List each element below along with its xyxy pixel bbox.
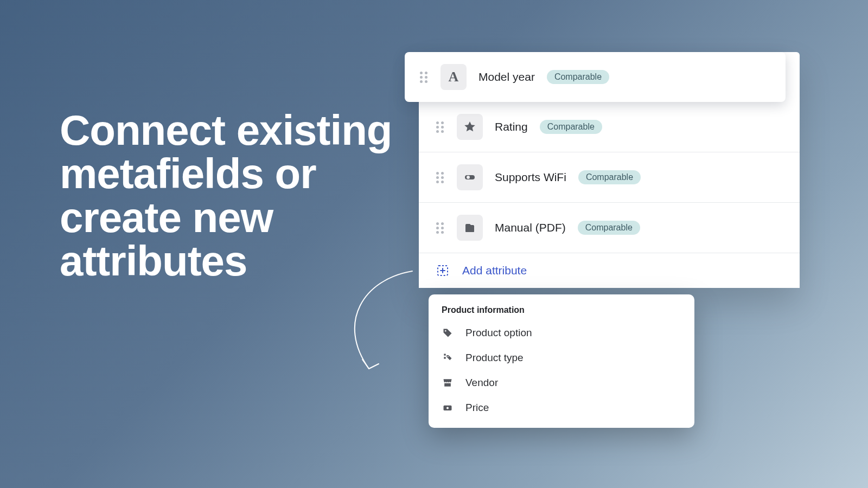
svg-point-3 [445, 330, 446, 332]
tag-icon [442, 327, 454, 339]
popover-item-label: Product option [465, 327, 532, 339]
toggle-type-icon [457, 164, 483, 190]
popover-item-label: Price [465, 402, 489, 414]
svg-point-6 [446, 407, 449, 409]
category-tag-icon [442, 352, 454, 364]
store-icon [442, 377, 454, 389]
add-attribute-button[interactable]: Add attribute [419, 253, 800, 288]
attribute-label: Model year [478, 70, 535, 84]
comparable-badge: Comparable [578, 221, 640, 235]
popover-item-label: Product type [465, 352, 524, 364]
attribute-source-popover: Product information Product option Produ… [429, 294, 694, 428]
decorative-arrow [342, 268, 418, 377]
star-type-icon [457, 114, 483, 140]
popover-item-product-option[interactable]: Product option [429, 320, 694, 345]
attribute-list-panel: A Model year Comparable Rating Comparabl… [419, 52, 800, 288]
file-type-icon [457, 215, 483, 241]
add-attribute-label: Add attribute [462, 264, 527, 277]
popover-item-vendor[interactable]: Vendor [429, 370, 694, 395]
comparable-badge: Comparable [547, 70, 609, 84]
svg-point-4 [448, 356, 449, 357]
popover-section-title: Product information [429, 303, 694, 320]
comparable-badge: Comparable [578, 170, 641, 184]
popover-item-price[interactable]: Price [429, 395, 694, 420]
attribute-label: Manual (PDF) [495, 221, 566, 234]
attribute-row[interactable]: Manual (PDF) Comparable [419, 202, 800, 253]
popover-item-label: Vendor [465, 377, 498, 389]
attribute-row[interactable]: A Model year Comparable [405, 52, 786, 102]
drag-handle-icon[interactable] [436, 221, 445, 234]
drag-handle-icon[interactable] [436, 171, 445, 184]
text-type-icon: A [441, 64, 467, 90]
attribute-label: Supports WiFi [495, 171, 566, 184]
attribute-row[interactable]: Rating Comparable [419, 102, 800, 152]
comparable-badge: Comparable [540, 120, 602, 134]
drag-handle-icon[interactable] [436, 120, 445, 133]
marketing-headline: Connect existing metafields or create ne… [60, 108, 407, 282]
add-dashed-icon [436, 264, 449, 277]
drag-handle-icon[interactable] [420, 70, 429, 84]
svg-point-1 [467, 176, 470, 179]
price-icon [442, 402, 454, 414]
popover-item-product-type[interactable]: Product type [429, 345, 694, 370]
attribute-label: Rating [495, 120, 528, 133]
attribute-row[interactable]: Supports WiFi Comparable [419, 152, 800, 202]
